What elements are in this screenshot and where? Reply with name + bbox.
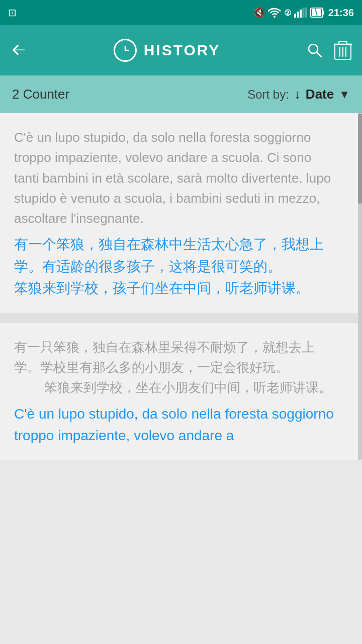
counter-label: 2 Counter [12,87,247,102]
sort-direction-icon: ↓ [294,87,301,102]
svg-rect-15 [339,41,347,44]
dropdown-arrow-icon: ▼ [339,88,350,101]
sort-value: Date [306,87,334,102]
list-item[interactable]: 有一只笨狼，独自在森林里呆得不耐烦了，就想去上学。学校里有那么多的小朋友，一定会… [0,323,362,461]
svg-rect-4 [305,8,307,18]
toolbar-title: HISTORY [144,42,221,59]
svg-rect-3 [302,8,304,18]
status-time: 21:36 [328,7,354,19]
svg-rect-0 [294,14,296,18]
delete-button[interactable] [334,39,352,61]
mute-icon: 🔇 [254,7,265,18]
item-2-gray-text: 有一只笨狼，独自在森林里呆得不耐烦了，就想去上学。学校里有那么多的小朋友，一定会… [14,337,337,398]
list-item[interactable]: C'è un lupo stupido, da solo nella fores… [0,113,362,314]
screen-icon: ⊡ [8,7,17,19]
status-icons: 🔇 ② 21:36 [254,7,354,19]
sort-control[interactable]: Sort by: ↓ Date ▼ [247,87,350,102]
search-button[interactable] [306,41,324,59]
content-area: C'è un lupo stupido, da solo nella fores… [0,113,362,460]
item-2-blue-text: C'è un lupo stupido, da solo nella fores… [14,403,337,447]
battery-signal [310,8,325,18]
svg-line-12 [317,52,321,57]
svg-rect-2 [300,10,302,18]
clock-icon [114,39,137,62]
back-button[interactable] [10,41,28,59]
item-1-gray-text: C'è un lupo stupido, da solo nella fores… [14,127,337,228]
item-1-blue-text: 有一个笨狼，独自在森林中生活太心急了，我想上学。有适龄的很多孩子，这将是很可笑的… [14,233,337,299]
svg-rect-6 [323,11,324,15]
signal-icon [294,8,307,18]
filter-bar: 2 Counter Sort by: ↓ Date ▼ [0,75,362,113]
sort-by-label: Sort by: [247,88,289,102]
toolbar: HISTORY [0,25,362,75]
svg-rect-1 [297,12,299,18]
item-divider [0,314,362,323]
toolbar-title-area: HISTORY [38,39,296,62]
wifi-icon [268,8,281,18]
status-bar: ⊡ 🔇 ② [0,0,362,25]
status-bar-left: ⊡ [8,7,250,19]
scrollbar-thumb[interactable] [358,113,362,204]
sim-icon: ② [284,8,291,18]
scrollbar[interactable] [358,113,362,460]
